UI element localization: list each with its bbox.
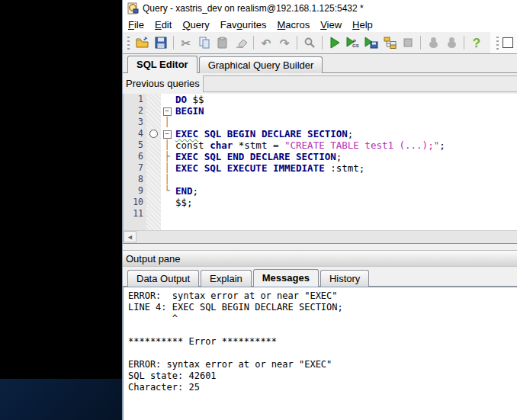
fold-glyph[interactable]: − bbox=[161, 128, 173, 139]
output-tab-messages[interactable]: Messages bbox=[253, 269, 319, 287]
copy-icon[interactable] bbox=[196, 34, 213, 51]
line-number: 11 bbox=[124, 208, 146, 220]
fold-glyph[interactable]: − bbox=[161, 105, 173, 117]
fold-glyph[interactable]: └ bbox=[161, 185, 173, 197]
menu-item-macros[interactable]: Macros bbox=[272, 18, 316, 32]
menu-item-file[interactable]: File bbox=[123, 18, 149, 32]
menu-item-query[interactable]: Query bbox=[177, 18, 214, 32]
line-number: 1 bbox=[124, 94, 146, 105]
menu-item-view[interactable]: View bbox=[315, 18, 347, 32]
fold-glyph[interactable] bbox=[161, 208, 173, 220]
toolbar-separator bbox=[322, 36, 323, 50]
marker-cell bbox=[146, 208, 161, 220]
fold-glyph[interactable]: │ bbox=[161, 117, 173, 128]
connection-bar-grip[interactable] bbox=[495, 36, 501, 50]
editor-line[interactable]: 9└END; bbox=[124, 185, 517, 197]
query-tool-window: Query - xastris_dev on realism@192.168.1… bbox=[122, 0, 517, 420]
pane-splitter[interactable] bbox=[123, 243, 517, 250]
scroll-left-arrow[interactable]: ◄ bbox=[124, 231, 136, 242]
execute-query-button[interactable] bbox=[326, 34, 343, 51]
marker-cell bbox=[146, 185, 161, 197]
fold-glyph[interactable] bbox=[161, 94, 173, 105]
previous-queries-combobox[interactable] bbox=[203, 75, 517, 92]
toolbar-separator bbox=[464, 36, 464, 50]
fold-glyph[interactable]: ├ bbox=[161, 151, 173, 162]
output-tab-explain[interactable]: Explain bbox=[201, 270, 252, 287]
connection-checkbox[interactable] bbox=[503, 37, 513, 48]
messages-panel[interactable]: ERROR: syntax error at or near "EXEC" LI… bbox=[123, 287, 517, 420]
output-tab-bar: Data OutputExplainMessagesHistory bbox=[123, 267, 517, 287]
rollback-transaction-icon[interactable] bbox=[443, 34, 460, 51]
undo-icon[interactable]: ↶ bbox=[258, 34, 275, 51]
line-number: 9 bbox=[124, 185, 146, 197]
paste-icon[interactable] bbox=[214, 34, 231, 51]
toolbar-separator bbox=[253, 36, 254, 50]
marker-cell bbox=[146, 94, 161, 105]
code-text: EXEC SQL END DECLARE SECTION; bbox=[173, 151, 342, 162]
fold-glyph[interactable]: │ bbox=[161, 139, 173, 151]
editor-line[interactable]: 6├EXEC SQL END DECLARE SECTION; bbox=[124, 151, 517, 162]
line-number: 5 bbox=[124, 139, 146, 151]
save-button[interactable] bbox=[153, 34, 169, 51]
title-bar[interactable]: Query - xastris_dev on realism@192.168.1… bbox=[123, 0, 517, 17]
marker-cell bbox=[146, 197, 161, 208]
editor-line[interactable]: 2−BEGIN bbox=[124, 105, 517, 117]
help-icon[interactable]: ? bbox=[468, 34, 485, 51]
output-tab-history[interactable]: History bbox=[320, 270, 369, 287]
menu-item-favourites[interactable]: Favourites bbox=[215, 18, 272, 32]
line-number: 10 bbox=[124, 197, 146, 208]
fold-glyph[interactable]: │ bbox=[161, 174, 173, 185]
cancel-query-button[interactable] bbox=[400, 34, 416, 51]
editor-line[interactable]: 10$$; bbox=[124, 197, 517, 208]
line-number: 6 bbox=[124, 151, 146, 162]
output-pane-caption[interactable]: Output pane bbox=[123, 250, 517, 267]
menu-item-edit[interactable]: Edit bbox=[149, 18, 177, 32]
cut-icon[interactable]: ✂ bbox=[178, 34, 194, 51]
output-tab-data-output[interactable]: Data Output bbox=[127, 270, 199, 287]
open-file-button[interactable] bbox=[134, 34, 151, 51]
fold-glyph[interactable]: │ bbox=[161, 162, 173, 174]
clear-window-icon[interactable] bbox=[233, 34, 249, 51]
tab-sql-editor[interactable]: SQL Editor bbox=[127, 56, 197, 73]
commit-transaction-icon[interactable] bbox=[425, 34, 442, 51]
line-number: 3 bbox=[124, 117, 146, 128]
find-icon[interactable] bbox=[301, 34, 318, 51]
window-icon bbox=[127, 2, 139, 14]
redo-icon[interactable]: ↷ bbox=[276, 34, 293, 51]
sql-editor[interactable]: 1DO $$2−BEGIN3│4−EXEC SQL BEGIN DECLARE … bbox=[123, 94, 517, 243]
editor-line[interactable]: 5│const char *stmt = "CREATE TABLE test1… bbox=[124, 139, 517, 151]
desktop: Query - xastris_dev on realism@192.168.1… bbox=[0, 0, 517, 420]
horizontal-scrollbar[interactable]: ◄ bbox=[124, 230, 517, 243]
line-number: 2 bbox=[124, 105, 146, 117]
editor-line[interactable]: 4−EXEC SQL BEGIN DECLARE SECTION; bbox=[124, 128, 517, 139]
toolbar-grip[interactable] bbox=[126, 36, 132, 50]
menu-bar: FileEditQueryFavouritesMacrosViewHelp bbox=[123, 17, 517, 32]
scrollbar-track[interactable] bbox=[136, 231, 517, 243]
marker-cell bbox=[146, 105, 161, 117]
fold-glyph[interactable] bbox=[161, 197, 173, 208]
execute-pgscript-button[interactable]: P GS bbox=[345, 34, 361, 51]
marker-cell bbox=[146, 174, 161, 185]
execute-to-file-button[interactable] bbox=[363, 34, 380, 51]
marker-cell bbox=[146, 139, 161, 151]
code-text: END; bbox=[173, 185, 198, 197]
messages-text: ERROR: syntax error at or near "EXEC" LI… bbox=[124, 287, 517, 396]
code-text: EXEC SQL EXECUTE IMMEDIATE :stmt; bbox=[173, 162, 364, 174]
editor-line[interactable]: 11 bbox=[124, 208, 517, 220]
editor-line[interactable]: 8│ bbox=[124, 174, 517, 185]
editor-tab-bar: SQL EditorGraphical Query Builder bbox=[123, 54, 517, 73]
editor-line[interactable]: 1DO $$ bbox=[124, 94, 517, 105]
menu-item-help[interactable]: Help bbox=[347, 18, 378, 32]
toolbar-separator bbox=[173, 36, 174, 50]
previous-queries-label: Previous queries bbox=[126, 78, 200, 89]
code-text: BEGIN bbox=[173, 105, 204, 117]
editor-line[interactable]: 3│ bbox=[124, 117, 517, 128]
explain-query-button[interactable] bbox=[381, 34, 398, 51]
tab-graphical-query-builder[interactable]: Graphical Query Builder bbox=[199, 56, 323, 73]
desktop-wallpaper bbox=[0, 379, 122, 420]
connection-bar: xa bbox=[490, 32, 517, 53]
editor-line[interactable]: 7│EXEC SQL EXECUTE IMMEDIATE :stmt; bbox=[124, 162, 517, 174]
code-text bbox=[173, 117, 175, 128]
editor-text-area[interactable]: 1DO $$2−BEGIN3│4−EXEC SQL BEGIN DECLARE … bbox=[124, 94, 517, 220]
toolbar-separator bbox=[420, 36, 421, 50]
